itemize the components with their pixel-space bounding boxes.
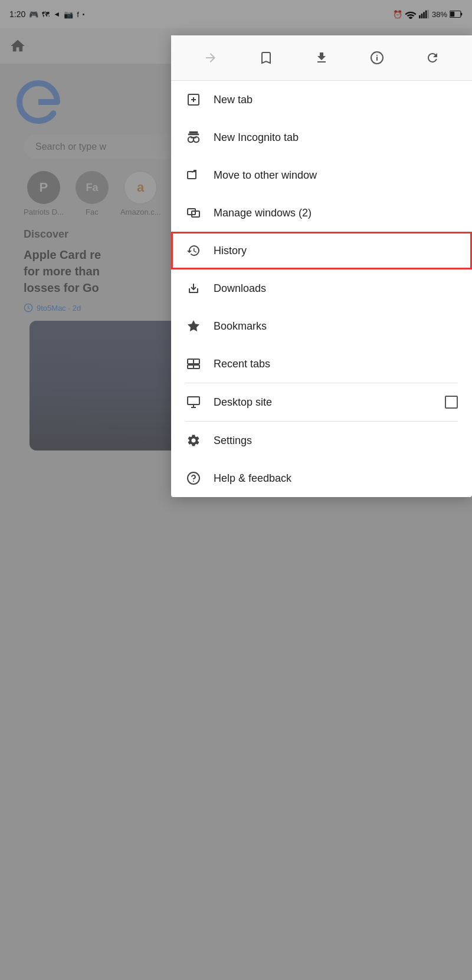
svg-rect-17 <box>188 134 199 136</box>
svg-rect-21 <box>188 172 196 179</box>
dropdown-toolbar <box>171 35 472 81</box>
menu-label-settings: Settings <box>214 435 458 447</box>
desktop-site-icon <box>185 394 202 410</box>
svg-point-35 <box>193 481 194 482</box>
svg-rect-31 <box>188 397 199 405</box>
downloads-icon <box>185 280 202 297</box>
menu-label-bookmarks: Bookmarks <box>214 320 458 333</box>
menu-item-bookmarks[interactable]: Bookmarks <box>171 307 472 345</box>
incognito-icon <box>185 129 202 146</box>
bookmark-button[interactable] <box>253 45 279 71</box>
menu-label-new-incognito-tab: New Incognito tab <box>214 131 458 144</box>
desktop-site-checkbox[interactable] <box>445 396 458 409</box>
download-button[interactable] <box>309 45 335 71</box>
svg-rect-28 <box>194 359 199 364</box>
menu-item-recent-tabs[interactable]: Recent tabs <box>171 345 472 383</box>
menu-label-recent-tabs: Recent tabs <box>214 358 458 370</box>
menu-item-new-incognito-tab[interactable]: New Incognito tab <box>171 119 472 156</box>
menu-label-history: History <box>214 245 458 257</box>
dropdown-menu: New tab New Incognito tab Move <box>171 35 472 497</box>
help-icon <box>185 470 202 486</box>
menu-label-downloads: Downloads <box>214 282 458 295</box>
new-tab-icon <box>185 91 202 108</box>
menu-label-new-tab: New tab <box>214 94 458 106</box>
menu-label-desktop-site: Desktop site <box>214 396 433 409</box>
menu-item-history[interactable]: History <box>171 232 472 269</box>
svg-rect-30 <box>194 365 199 369</box>
svg-rect-29 <box>188 365 194 369</box>
history-icon <box>185 242 202 259</box>
bookmarks-icon <box>185 318 202 334</box>
info-button[interactable] <box>364 45 390 71</box>
menu-item-settings[interactable]: Settings <box>171 422 472 459</box>
svg-marker-26 <box>188 320 199 331</box>
menu-label-move-window: Move to other window <box>214 169 458 182</box>
move-window-icon <box>185 167 202 183</box>
reload-button[interactable] <box>419 45 445 71</box>
menu-item-help-feedback[interactable]: Help & feedback <box>171 459 472 497</box>
menu-label-help-feedback: Help & feedback <box>214 472 458 485</box>
settings-icon <box>185 432 202 449</box>
menu-item-desktop-site[interactable]: Desktop site <box>171 383 472 421</box>
menu-label-manage-windows: Manage windows (2) <box>214 207 458 219</box>
svg-rect-27 <box>188 359 194 364</box>
menu-item-move-window[interactable]: Move to other window <box>171 156 472 194</box>
recent-tabs-icon <box>185 356 202 372</box>
svg-rect-16 <box>189 131 198 134</box>
menu-item-new-tab[interactable]: New tab <box>171 81 472 119</box>
menu-item-manage-windows[interactable]: Manage windows (2) <box>171 194 472 232</box>
forward-button[interactable] <box>198 45 224 71</box>
menu-item-downloads[interactable]: Downloads <box>171 269 472 307</box>
manage-windows-icon <box>185 205 202 221</box>
